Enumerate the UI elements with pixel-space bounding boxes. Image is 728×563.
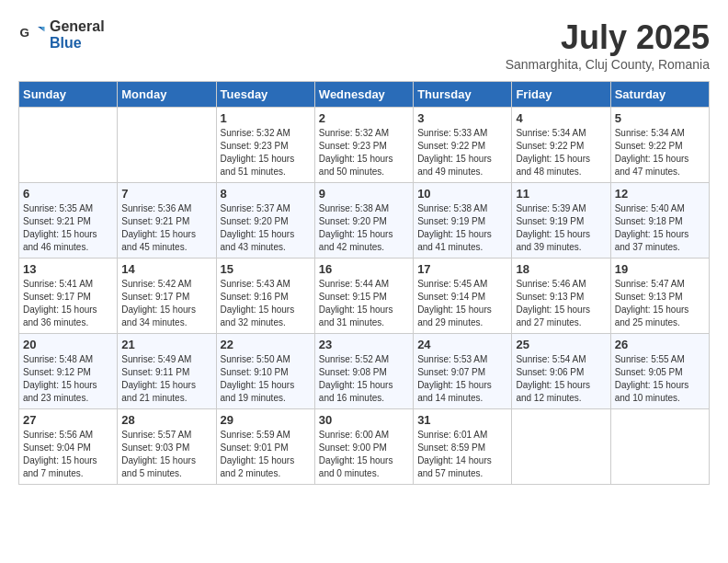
day-info: Sunrise: 5:45 AM Sunset: 9:14 PM Dayligh… [417, 278, 507, 329]
day-info: Sunrise: 5:32 AM Sunset: 9:23 PM Dayligh… [221, 127, 311, 178]
day-info: Sunrise: 5:37 AM Sunset: 9:20 PM Dayligh… [221, 202, 311, 254]
day-number: 9 [319, 187, 409, 201]
header-day-friday: Friday [512, 82, 610, 108]
calendar-cell: 13Sunrise: 5:41 AM Sunset: 9:17 PM Dayli… [19, 259, 118, 334]
day-info: Sunrise: 5:56 AM Sunset: 9:04 PM Dayligh… [23, 429, 113, 480]
page-header: G General Blue July 2025 Sanmarghita, Cl… [18, 18, 710, 72]
day-info: Sunrise: 5:46 AM Sunset: 9:13 PM Dayligh… [516, 278, 606, 329]
calendar-cell: 24Sunrise: 5:53 AM Sunset: 9:07 PM Dayli… [414, 334, 512, 409]
header-day-monday: Monday [118, 82, 216, 108]
day-number: 18 [516, 262, 606, 276]
logo-general: General [50, 18, 105, 35]
day-number: 7 [121, 187, 211, 201]
calendar-cell: 16Sunrise: 5:44 AM Sunset: 9:15 PM Dayli… [314, 259, 413, 334]
calendar-cell [118, 108, 216, 183]
calendar-cell: 9Sunrise: 5:38 AM Sunset: 9:20 PM Daylig… [314, 183, 413, 259]
day-number: 15 [221, 262, 311, 276]
day-number: 11 [516, 187, 606, 201]
week-row-1: 6Sunrise: 5:35 AM Sunset: 9:21 PM Daylig… [19, 183, 710, 259]
day-info: Sunrise: 5:54 AM Sunset: 9:06 PM Dayligh… [516, 353, 606, 405]
day-info: Sunrise: 5:32 AM Sunset: 9:23 PM Dayligh… [319, 127, 409, 178]
calendar-cell: 25Sunrise: 5:54 AM Sunset: 9:06 PM Dayli… [512, 334, 610, 409]
day-number: 8 [221, 187, 311, 201]
day-number: 27 [23, 413, 113, 427]
calendar-cell: 20Sunrise: 5:48 AM Sunset: 9:12 PM Dayli… [19, 334, 118, 409]
day-info: Sunrise: 5:33 AM Sunset: 9:22 PM Dayligh… [417, 127, 507, 178]
calendar-cell: 14Sunrise: 5:42 AM Sunset: 9:17 PM Dayli… [118, 259, 216, 334]
calendar-cell: 11Sunrise: 5:39 AM Sunset: 9:19 PM Dayli… [512, 183, 610, 259]
calendar-cell: 22Sunrise: 5:50 AM Sunset: 9:10 PM Dayli… [216, 334, 314, 409]
week-row-4: 27Sunrise: 5:56 AM Sunset: 9:04 PM Dayli… [19, 409, 710, 485]
header-day-sunday: Sunday [19, 82, 118, 108]
day-info: Sunrise: 5:41 AM Sunset: 9:17 PM Dayligh… [23, 278, 113, 329]
day-info: Sunrise: 5:57 AM Sunset: 9:03 PM Dayligh… [121, 429, 211, 480]
location: Sanmarghita, Cluj County, Romania [506, 57, 710, 72]
day-info: Sunrise: 5:36 AM Sunset: 9:21 PM Dayligh… [121, 202, 211, 254]
day-info: Sunrise: 5:38 AM Sunset: 9:19 PM Dayligh… [417, 202, 507, 254]
header-row: SundayMondayTuesdayWednesdayThursdayFrid… [19, 82, 710, 108]
week-row-2: 13Sunrise: 5:41 AM Sunset: 9:17 PM Dayli… [19, 259, 710, 334]
day-info: Sunrise: 5:48 AM Sunset: 9:12 PM Dayligh… [23, 353, 113, 405]
calendar-cell: 4Sunrise: 5:34 AM Sunset: 9:22 PM Daylig… [512, 108, 610, 183]
day-number: 16 [319, 262, 409, 276]
header-day-wednesday: Wednesday [314, 82, 413, 108]
day-number: 4 [516, 111, 606, 125]
calendar-cell: 31Sunrise: 6:01 AM Sunset: 8:59 PM Dayli… [414, 409, 512, 485]
day-info: Sunrise: 5:55 AM Sunset: 9:05 PM Dayligh… [615, 353, 705, 405]
day-number: 1 [221, 111, 311, 125]
day-info: Sunrise: 5:49 AM Sunset: 9:11 PM Dayligh… [121, 353, 211, 405]
calendar-cell: 21Sunrise: 5:49 AM Sunset: 9:11 PM Dayli… [118, 334, 216, 409]
day-info: Sunrise: 5:39 AM Sunset: 9:19 PM Dayligh… [516, 202, 606, 254]
day-info: Sunrise: 5:59 AM Sunset: 9:01 PM Dayligh… [221, 429, 311, 480]
logo-text: General Blue [50, 18, 105, 51]
day-number: 30 [319, 413, 409, 427]
day-info: Sunrise: 6:00 AM Sunset: 9:00 PM Dayligh… [319, 429, 409, 480]
header-day-saturday: Saturday [610, 82, 709, 108]
day-info: Sunrise: 6:01 AM Sunset: 8:59 PM Dayligh… [417, 429, 507, 480]
calendar-cell: 30Sunrise: 6:00 AM Sunset: 9:00 PM Dayli… [314, 409, 413, 485]
svg-text:G: G [20, 25, 30, 39]
day-number: 13 [23, 262, 113, 276]
calendar-cell: 27Sunrise: 5:56 AM Sunset: 9:04 PM Dayli… [19, 409, 118, 485]
header-day-tuesday: Tuesday [216, 82, 314, 108]
day-number: 23 [319, 338, 409, 351]
calendar-cell [19, 108, 118, 183]
day-info: Sunrise: 5:52 AM Sunset: 9:08 PM Dayligh… [319, 353, 409, 405]
logo-icon: G [18, 21, 46, 49]
day-number: 24 [417, 338, 507, 351]
calendar-cell: 29Sunrise: 5:59 AM Sunset: 9:01 PM Dayli… [216, 409, 314, 485]
week-row-3: 20Sunrise: 5:48 AM Sunset: 9:12 PM Dayli… [19, 334, 710, 409]
day-number: 31 [417, 413, 507, 427]
day-info: Sunrise: 5:47 AM Sunset: 9:13 PM Dayligh… [615, 278, 705, 329]
day-number: 28 [121, 413, 211, 427]
month-title: July 2025 [506, 18, 710, 57]
calendar-cell: 8Sunrise: 5:37 AM Sunset: 9:20 PM Daylig… [216, 183, 314, 259]
calendar-cell: 28Sunrise: 5:57 AM Sunset: 9:03 PM Dayli… [118, 409, 216, 485]
day-number: 6 [23, 187, 113, 201]
day-number: 26 [615, 338, 705, 351]
day-info: Sunrise: 5:34 AM Sunset: 9:22 PM Dayligh… [615, 127, 705, 178]
calendar-cell: 19Sunrise: 5:47 AM Sunset: 9:13 PM Dayli… [610, 259, 709, 334]
day-info: Sunrise: 5:35 AM Sunset: 9:21 PM Dayligh… [23, 202, 113, 254]
day-number: 5 [615, 111, 705, 125]
day-number: 10 [417, 187, 507, 201]
calendar-cell: 26Sunrise: 5:55 AM Sunset: 9:05 PM Dayli… [610, 334, 709, 409]
calendar-cell: 17Sunrise: 5:45 AM Sunset: 9:14 PM Dayli… [414, 259, 512, 334]
day-number: 22 [221, 338, 311, 351]
calendar-cell: 23Sunrise: 5:52 AM Sunset: 9:08 PM Dayli… [314, 334, 413, 409]
day-number: 3 [417, 111, 507, 125]
day-info: Sunrise: 5:50 AM Sunset: 9:10 PM Dayligh… [221, 353, 311, 405]
day-info: Sunrise: 5:44 AM Sunset: 9:15 PM Dayligh… [319, 278, 409, 329]
day-info: Sunrise: 5:43 AM Sunset: 9:16 PM Dayligh… [221, 278, 311, 329]
day-info: Sunrise: 5:40 AM Sunset: 9:18 PM Dayligh… [615, 202, 705, 254]
day-number: 25 [516, 338, 606, 351]
calendar-cell: 7Sunrise: 5:36 AM Sunset: 9:21 PM Daylig… [118, 183, 216, 259]
calendar-cell: 1Sunrise: 5:32 AM Sunset: 9:23 PM Daylig… [216, 108, 314, 183]
day-info: Sunrise: 5:38 AM Sunset: 9:20 PM Dayligh… [319, 202, 409, 254]
day-number: 19 [615, 262, 705, 276]
day-info: Sunrise: 5:42 AM Sunset: 9:17 PM Dayligh… [121, 278, 211, 329]
calendar-cell: 3Sunrise: 5:33 AM Sunset: 9:22 PM Daylig… [414, 108, 512, 183]
logo-blue: Blue [50, 35, 105, 52]
day-info: Sunrise: 5:53 AM Sunset: 9:07 PM Dayligh… [417, 353, 507, 405]
week-row-0: 1Sunrise: 5:32 AM Sunset: 9:23 PM Daylig… [19, 108, 710, 183]
